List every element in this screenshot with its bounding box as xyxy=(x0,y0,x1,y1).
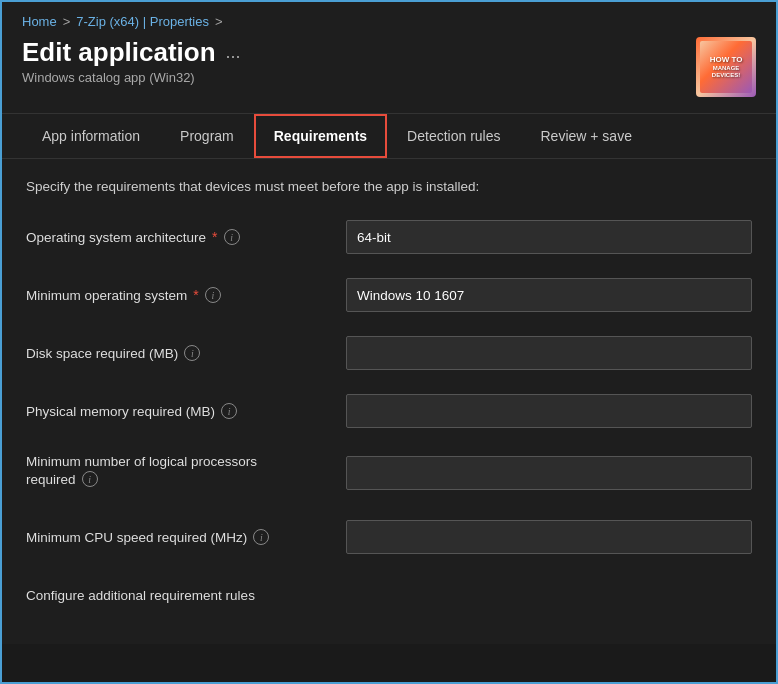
breadcrumb: Home > 7-Zip (x64) | Properties > xyxy=(22,14,756,29)
logical-processors-input[interactable] xyxy=(346,456,752,490)
physical-memory-label-text: Physical memory required (MB) xyxy=(26,404,215,419)
tab-app-information[interactable]: App information xyxy=(22,114,160,158)
cpu-speed-info-icon[interactable]: i xyxy=(253,529,269,545)
min-os-label-text: Minimum operating system xyxy=(26,288,187,303)
logical-processors-label-main: Minimum number of logical processors xyxy=(26,454,257,469)
breadcrumb-sep1: > xyxy=(63,14,71,29)
logo-line3: DEVICES! xyxy=(712,72,740,79)
page-title: Edit application ... xyxy=(22,37,241,68)
tab-bar: App information Program Requirements Det… xyxy=(2,114,776,159)
title-row: Edit application ... Windows catalog app… xyxy=(22,37,756,97)
disk-space-row: Disk space required (MB) i xyxy=(26,334,752,372)
cpu-speed-label-text: Minimum CPU speed required (MHz) xyxy=(26,530,247,545)
disk-space-label-text: Disk space required (MB) xyxy=(26,346,178,361)
title-left: Edit application ... Windows catalog app… xyxy=(22,37,241,85)
physical-memory-row: Physical memory required (MB) i xyxy=(26,392,752,430)
disk-space-info-icon[interactable]: i xyxy=(184,345,200,361)
logical-processors-info-icon[interactable]: i xyxy=(82,471,98,487)
os-architecture-label: Operating system architecture * i xyxy=(26,229,346,245)
logical-processors-row: Minimum number of logical processors req… xyxy=(26,450,752,498)
min-os-required: * xyxy=(193,287,198,303)
cpu-speed-row: Minimum CPU speed required (MHz) i xyxy=(26,518,752,556)
disk-space-input[interactable] xyxy=(346,336,752,370)
tab-requirements[interactable]: Requirements xyxy=(254,114,387,158)
tab-detection-rules[interactable]: Detection rules xyxy=(387,114,520,158)
logical-processors-label-sub: required i xyxy=(26,471,98,487)
cpu-speed-label: Minimum CPU speed required (MHz) i xyxy=(26,529,346,545)
app-logo: HOW TO MANAGE DEVICES! xyxy=(696,37,756,97)
min-os-label: Minimum operating system * i xyxy=(26,287,346,303)
page-subtitle: Windows catalog app (Win32) xyxy=(22,70,241,85)
os-architecture-required: * xyxy=(212,229,217,245)
logo-line1: HOW TO xyxy=(710,55,743,65)
configure-additional-label: Configure additional requirement rules xyxy=(26,588,255,603)
content-area: Specify the requirements that devices mu… xyxy=(2,159,776,644)
physical-memory-label: Physical memory required (MB) i xyxy=(26,403,346,419)
page-title-text: Edit application xyxy=(22,37,216,68)
tab-review-save[interactable]: Review + save xyxy=(521,114,652,158)
os-architecture-input[interactable] xyxy=(346,220,752,254)
breadcrumb-sep2: > xyxy=(215,14,223,29)
physical-memory-input[interactable] xyxy=(346,394,752,428)
min-os-input[interactable] xyxy=(346,278,752,312)
configure-additional-row: Configure additional requirement rules xyxy=(26,576,752,614)
logo-line2: MANAGE xyxy=(713,65,740,72)
logical-processors-label: Minimum number of logical processors req… xyxy=(26,454,346,487)
os-architecture-row: Operating system architecture * i xyxy=(26,218,752,256)
os-architecture-info-icon[interactable]: i xyxy=(224,229,240,245)
min-os-info-icon[interactable]: i xyxy=(205,287,221,303)
breadcrumb-home[interactable]: Home xyxy=(22,14,57,29)
logical-processors-label-text: Minimum number of logical processors xyxy=(26,454,257,469)
breadcrumb-app[interactable]: 7-Zip (x64) | Properties xyxy=(76,14,209,29)
requirements-description: Specify the requirements that devices mu… xyxy=(26,179,752,194)
os-architecture-label-text: Operating system architecture xyxy=(26,230,206,245)
min-os-row: Minimum operating system * i xyxy=(26,276,752,314)
header: Home > 7-Zip (x64) | Properties > Edit a… xyxy=(2,2,776,114)
physical-memory-info-icon[interactable]: i xyxy=(221,403,237,419)
tab-program[interactable]: Program xyxy=(160,114,254,158)
logical-processors-label-sub-text: required xyxy=(26,472,76,487)
more-options-button[interactable]: ... xyxy=(226,42,241,63)
disk-space-label: Disk space required (MB) i xyxy=(26,345,346,361)
cpu-speed-input[interactable] xyxy=(346,520,752,554)
